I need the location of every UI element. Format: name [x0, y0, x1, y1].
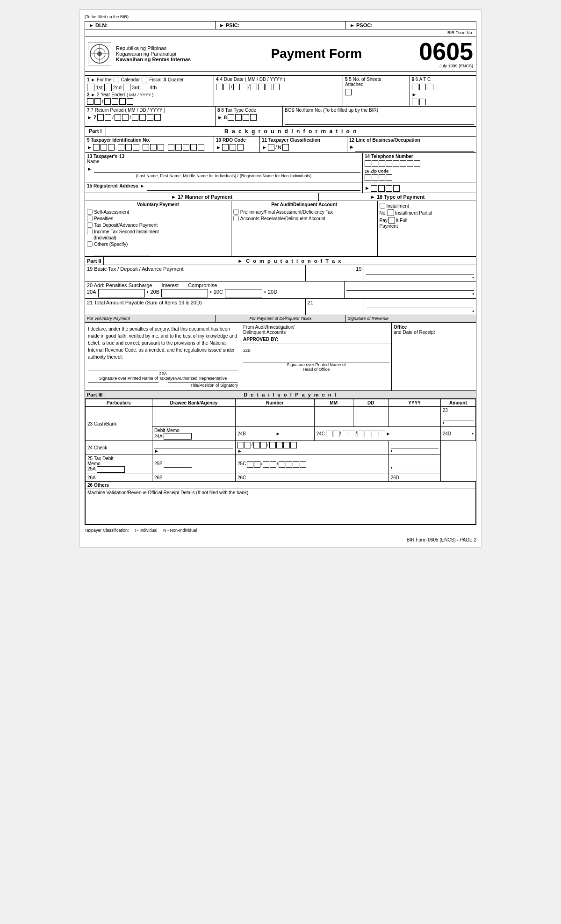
mm2-box[interactable]: [94, 98, 101, 105]
telephone-cell: 14 Telephone Number 16 Zip Code: [363, 153, 476, 182]
f26a-label: 26A: [87, 475, 96, 480]
address-cell: 15 Registered Address ►: [85, 182, 363, 193]
name-label-sub: Name: [87, 159, 360, 164]
field21-label: 21 Total Amount Payable (Sum of Items 19…: [87, 300, 202, 305]
payment-form-title: Payment Form: [218, 46, 414, 61]
q1-label: 1st: [96, 85, 103, 90]
tax-deposit-checkbox[interactable]: [87, 222, 93, 228]
calendar-label: Calendar: [121, 77, 140, 82]
bcs-input[interactable]: [285, 116, 474, 125]
n-label: N: [278, 144, 281, 150]
taxpayer-name-input[interactable]: [94, 165, 360, 173]
field19-num: 19: [356, 266, 361, 272]
atc4[interactable]: [412, 99, 418, 105]
field23-label: 23 Cash/Bank: [86, 407, 152, 441]
yyyy1-box[interactable]: [104, 98, 111, 105]
zip-code-label: 16 Zip Code: [365, 169, 474, 173]
yyyy4-box[interactable]: [127, 98, 133, 105]
dd-y4[interactable]: [273, 84, 280, 90]
f20c-input[interactable]: [225, 289, 262, 297]
dd-m2[interactable]: [223, 84, 230, 90]
dd-d2[interactable]: [241, 84, 247, 90]
voluntary-payment-footer-label: For Voluntary Payment: [85, 315, 216, 322]
tdm-amount-input[interactable]: [391, 459, 439, 465]
q4-label: 4th: [150, 85, 157, 90]
manner-label: 17 Manner of Payment: [178, 194, 232, 200]
sig-printed-name22b-label: Signature over Printed Name of: [243, 362, 389, 367]
atc3[interactable]: [427, 84, 433, 90]
field19-amount-cell: •: [364, 265, 476, 281]
income-tax-checkbox[interactable]: [87, 229, 93, 234]
penalties-checkbox[interactable]: [87, 216, 93, 221]
f26d-label: 26D: [391, 475, 399, 480]
row-1: 1 ► For the Calendar Fiscal 3 Quarter 1s…: [85, 76, 476, 107]
return-period-cell: 7 7 Return Period ( MM / DD / YYYY ) ► 7…: [85, 107, 216, 126]
check-drawee-input[interactable]: [154, 442, 233, 448]
others-input[interactable]: [94, 248, 150, 255]
mm1-box[interactable]: [87, 98, 94, 105]
check-amount-input[interactable]: [391, 442, 439, 448]
fiscal-checkbox[interactable]: [142, 77, 147, 82]
dd-d1[interactable]: [233, 84, 240, 90]
q3-box[interactable]: [123, 84, 130, 91]
atc2[interactable]: [419, 84, 426, 90]
delinquent-accounts-label: Delinquent Accounts: [243, 330, 389, 335]
others-checkbox[interactable]: [87, 241, 93, 247]
f25a-input[interactable]: [97, 466, 125, 473]
form-number-box: 0605 July 1999 (ENCS): [419, 39, 473, 68]
atc5[interactable]: [419, 99, 426, 105]
installment-checkbox[interactable]: [380, 203, 385, 209]
address-extra-cell: ►: [363, 182, 476, 193]
yyyy3-box[interactable]: [119, 98, 126, 105]
field21-input[interactable]: [366, 300, 474, 308]
sheets-box[interactable]: [345, 89, 352, 95]
field20-label: 20 Add: Penalties Surcharge: [87, 282, 152, 288]
agency-line3: Kawanihan ng Rentas Internas: [116, 57, 214, 62]
field20d-input[interactable]: [346, 282, 474, 291]
f24b-input[interactable]: [247, 431, 275, 437]
tax-deposit-label: Tax Deposit/Advance Payment: [94, 223, 158, 228]
field23-input[interactable]: [443, 413, 474, 420]
tax-type-cell: 8 8 Tax Type Code ► 8: [216, 107, 283, 126]
bcs-cell: BCS No./Item No. (To be filled up by the…: [283, 107, 476, 126]
dd-m1[interactable]: [216, 84, 223, 90]
office-date-cell: Office and Date of Receipt: [392, 323, 476, 390]
self-assessment-checkbox[interactable]: [87, 209, 93, 215]
header-row: ► DLN: ► PSIC: ► PSOC:: [85, 21, 476, 29]
q2-label: 2nd: [113, 85, 122, 90]
f20b-label: 20B: [150, 289, 159, 297]
dd-y3[interactable]: [266, 84, 272, 90]
f25b-input[interactable]: [164, 461, 192, 468]
line-of-business-input[interactable]: [355, 144, 474, 152]
dd-y2[interactable]: [258, 84, 265, 90]
machine-validation-label: Machine Validation/Revenue Official Rece…: [87, 490, 474, 495]
f20a-input[interactable]: [98, 289, 145, 297]
f24b-label: 24B: [237, 431, 246, 436]
calendar-checkbox[interactable]: [114, 77, 119, 82]
row-voluntary-delinquent: For Voluntary Payment For Payment of Del…: [85, 315, 476, 322]
dd-header: DD: [353, 399, 388, 407]
f20a-label: 20A: [87, 289, 96, 297]
field19-label: 19 Basic Tax / Deposit / Advance Payment: [87, 266, 183, 272]
table-row-24: 24 Check ► / /: [86, 441, 476, 455]
preliminary-checkbox[interactable]: [233, 209, 239, 215]
computation-label: C o m p u t a t i o n o f T a x: [246, 258, 342, 264]
q4-box[interactable]: [141, 84, 148, 91]
atc1[interactable]: [412, 84, 418, 90]
table-row-25: 25 Tax Debit Memo 25A 25B: [86, 455, 476, 474]
line-of-business-label: 12 Line of Business/Occupation: [349, 137, 474, 143]
field25-cell: 25 Tax Debit Memo 25A: [86, 455, 152, 474]
main-section: 1 ► For the Calendar Fiscal 3 Quarter 1s…: [85, 76, 476, 525]
field19-input[interactable]: [366, 266, 474, 274]
dd-y1[interactable]: [251, 84, 257, 90]
voluntary-payment-cell: Voluntary Payment Self-Assessment Penalt…: [85, 201, 231, 256]
f24a-input[interactable]: [164, 433, 192, 440]
f24d-input[interactable]: [452, 431, 471, 437]
f20b-input[interactable]: [161, 289, 208, 297]
type-label: 18 Type of Payment: [377, 194, 425, 200]
accounts-receivable-checkbox[interactable]: [233, 216, 239, 221]
address-input[interactable]: [147, 183, 360, 191]
yyyy2-box[interactable]: [112, 98, 118, 105]
q1-box[interactable]: [87, 84, 94, 91]
q2-box[interactable]: [104, 84, 112, 91]
